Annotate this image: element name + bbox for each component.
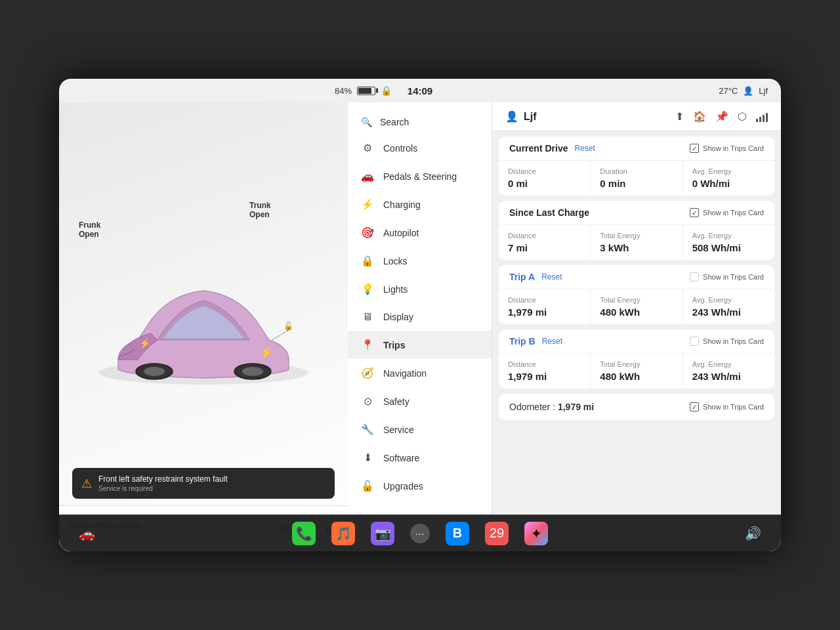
- safety-icon: ⊙: [361, 395, 374, 408]
- trip-b-total-energy: Total Energy 480 kWh: [591, 354, 682, 388]
- menu-item-safety[interactable]: ⊙ Safety: [348, 387, 492, 415]
- since-last-charge-show-trips[interactable]: ✓ Show in Trips Card: [690, 208, 764, 217]
- since-last-charge-avg-energy: Avg. Energy 508 Wh/mi: [683, 225, 774, 260]
- charging-label: Charging: [383, 200, 421, 210]
- current-drive-distance: Distance 0 mi: [499, 161, 590, 196]
- menu-item-upgrades[interactable]: 🔓 Upgrades: [348, 472, 492, 500]
- since-last-charge-distance: Distance 7 mi: [499, 225, 590, 260]
- trips-label: Trips: [383, 340, 405, 350]
- user-icon: 👤: [505, 110, 518, 123]
- left-panel: Frunk Open Trunk Open: [59, 102, 348, 551]
- car-taskbar-icon[interactable]: 🚗: [79, 526, 95, 541]
- menu-item-controls[interactable]: ⚙ Controls: [348, 134, 492, 162]
- trip-b-avg-energy: Avg. Energy 243 Wh/mi: [683, 354, 774, 388]
- svg-text:⚡: ⚡: [139, 338, 151, 349]
- lock-icon: 🔒: [381, 85, 392, 96]
- camera-taskbar-icon[interactable]: 📷: [371, 522, 394, 545]
- calendar-taskbar-icon[interactable]: 29: [485, 522, 509, 545]
- more-taskbar-icon[interactable]: ···: [410, 524, 430, 543]
- service-icon: 🔧: [361, 423, 374, 436]
- trip-b-distance: Distance 1,979 mi: [499, 354, 590, 388]
- phone-taskbar-icon[interactable]: 📞: [292, 522, 316, 545]
- phone-icon: 📞: [296, 526, 312, 541]
- warning-content: Front left safety restraint system fault…: [98, 474, 228, 492]
- pedals-icon: 🚗: [361, 170, 374, 182]
- trip-a-distance: Distance 1,979 mi: [499, 289, 590, 324]
- upload-icon[interactable]: ⬆: [675, 110, 684, 123]
- trip-b-reset[interactable]: Reset: [542, 337, 562, 346]
- status-bar: 84% 🔒 14:09 27°C 👤 Ljf: [59, 79, 781, 102]
- menu-item-software[interactable]: ⬇ Software: [348, 444, 492, 472]
- battery-percentage: 84%: [335, 86, 352, 96]
- apps-icon: ✦: [531, 526, 542, 541]
- current-drive-checkbox[interactable]: ✓: [690, 144, 699, 153]
- trip-a-reset[interactable]: Reset: [541, 272, 562, 282]
- bluetooth-icon: B: [453, 526, 462, 541]
- trip-b-show-trips[interactable]: Show in Trips Card: [690, 337, 764, 346]
- current-drive-reset[interactable]: Reset: [574, 144, 595, 153]
- upgrades-label: Upgrades: [383, 481, 423, 492]
- trip-b-title: Trip B Reset: [509, 336, 562, 346]
- display-icon: 🖥: [361, 311, 374, 323]
- menu-item-trips[interactable]: 📍 Trips: [348, 331, 492, 359]
- lights-label: Lights: [383, 284, 408, 295]
- user-name: 👤 Ljf: [505, 110, 537, 123]
- tesla-screen: 84% 🔒 14:09 27°C 👤 Ljf Frunk Open Trunk …: [59, 79, 781, 551]
- svg-point-6: [242, 367, 263, 376]
- menu-item-charging[interactable]: ⚡ Charging: [348, 190, 492, 219]
- autopilot-icon: 🎯: [361, 226, 374, 239]
- bluetooth-taskbar-icon[interactable]: B: [446, 522, 469, 545]
- more-dots-icon: ···: [415, 528, 425, 539]
- calendar-icon: 29: [490, 526, 504, 541]
- search-icon: 🔍: [361, 117, 372, 127]
- safety-label: Safety: [383, 396, 410, 407]
- software-icon: ⬇: [361, 452, 374, 464]
- current-drive-duration: Duration 0 min: [591, 161, 682, 196]
- menu-item-locks[interactable]: 🔒 Locks: [348, 247, 492, 275]
- trip-b-checkbox[interactable]: [690, 337, 699, 346]
- svg-line-7: [272, 330, 289, 340]
- apps-taskbar-icon[interactable]: ✦: [524, 522, 548, 545]
- home-icon[interactable]: 🏠: [693, 110, 706, 123]
- odometer-show-trips[interactable]: ✓ Show in Trips Card: [690, 402, 764, 411]
- warning-icon: ⚠: [81, 476, 92, 491]
- trip-a-section: Trip A Reset Show in Trips Card Distance…: [499, 265, 774, 324]
- main-content: Frunk Open Trunk Open: [59, 102, 781, 551]
- odometer-text: Odometer : 1,979 mi: [509, 402, 594, 412]
- menu-item-lights[interactable]: 💡 Lights: [348, 275, 492, 303]
- menu-item-autopilot[interactable]: 🎯 Autopilot: [348, 219, 492, 247]
- odometer-section: Odometer : 1,979 mi ✓ Show in Trips Card: [499, 394, 774, 420]
- display-label: Display: [383, 312, 413, 322]
- current-drive-show-trips[interactable]: ✓ Show in Trips Card: [690, 144, 764, 153]
- trunk-label: Trunk Open: [249, 201, 271, 219]
- taskbar: 🚗 📞 🎵 📷 ··· B 29 ✦ 🔊: [59, 514, 781, 551]
- warning-subtitle: Service is required: [98, 485, 228, 492]
- trips-header: 👤 Ljf ⬆ 🏠 📌 ⬡: [492, 102, 781, 131]
- trip-a-title: Trip A Reset: [509, 272, 562, 282]
- trip-a-stats: Distance 1,979 mi Total Energy 480 kWh A…: [499, 289, 774, 324]
- trips-panel: 👤 Ljf ⬆ 🏠 📌 ⬡: [492, 102, 781, 551]
- menu-item-display[interactable]: 🖥 Display: [348, 303, 492, 331]
- odometer-checkbox[interactable]: ✓: [690, 402, 699, 411]
- since-last-charge-header: Since Last Charge ✓ Show in Trips Card: [499, 201, 774, 225]
- since-last-charge-checkbox[interactable]: ✓: [690, 208, 699, 217]
- car-visual: ⚡ ⚡ 🔓: [85, 228, 322, 425]
- svg-point-4: [144, 367, 165, 376]
- software-label: Software: [383, 453, 419, 463]
- search-item[interactable]: 🔍 Search: [348, 110, 492, 134]
- trips-icon: 📍: [361, 339, 374, 351]
- bluetooth-header-icon[interactable]: ⬡: [738, 110, 747, 123]
- signal-bars: [756, 112, 768, 122]
- trip-a-show-trips[interactable]: Show in Trips Card: [690, 272, 764, 282]
- menu-item-navigation[interactable]: 🧭 Navigation: [348, 359, 492, 387]
- current-drive-avg-energy: Avg. Energy 0 Wh/mi: [683, 161, 774, 196]
- menu-item-service[interactable]: 🔧 Service: [348, 415, 492, 444]
- audio-taskbar-icon[interactable]: 🎵: [331, 522, 355, 545]
- trip-a-checkbox[interactable]: [690, 272, 699, 282]
- volume-icon[interactable]: 🔊: [745, 526, 761, 541]
- since-last-charge-stats: Distance 7 mi Total Energy 3 kWh Avg. En…: [499, 225, 774, 260]
- charging-icon: ⚡: [361, 198, 374, 211]
- current-drive-section: Current Drive Reset ✓ Show in Trips Card…: [499, 136, 774, 196]
- menu-item-pedals[interactable]: 🚗 Pedals & Steering: [348, 162, 492, 190]
- pin-icon[interactable]: 📌: [715, 110, 728, 123]
